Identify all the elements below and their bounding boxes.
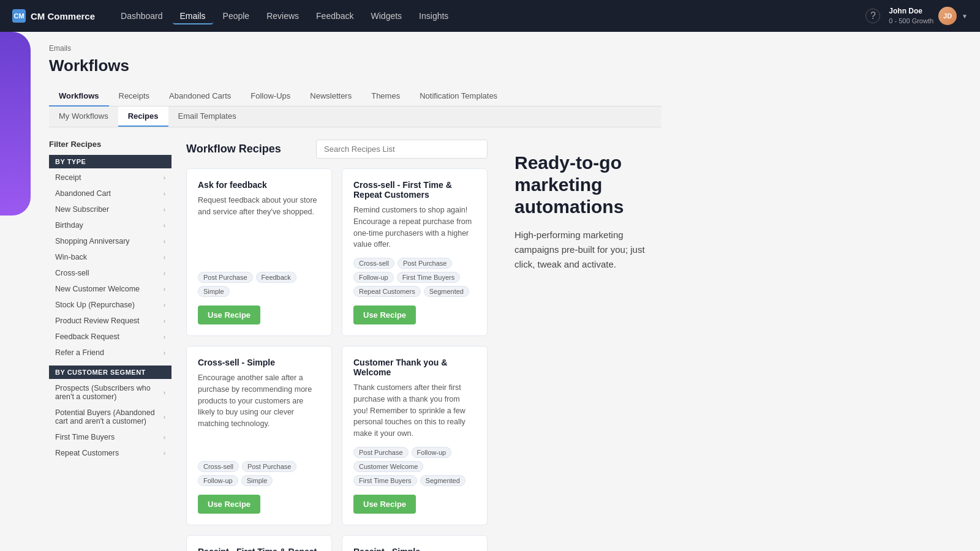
filter-win-back[interactable]: Win-back › xyxy=(49,249,172,265)
recipe-title: Ask for feedback xyxy=(198,180,320,190)
recipe-desc: Remind customers to shop again! Encourag… xyxy=(353,204,476,250)
recipe-card-cross-sell-repeat: Cross-sell - First Time & Repeat Custome… xyxy=(342,168,488,336)
user-menu[interactable]: John Doe 0 - 500 Growth JD ▼ xyxy=(889,7,968,25)
nav-emails[interactable]: Emails xyxy=(173,7,213,24)
tag: Segmented xyxy=(424,286,469,297)
tag: Simple xyxy=(198,286,230,297)
recipe-title: Customer Thank you & Welcome xyxy=(353,358,476,377)
filter-cross-sell[interactable]: Cross-sell › xyxy=(49,265,172,281)
chevron-right-icon: › xyxy=(164,318,165,324)
filter-stock-up[interactable]: Stock Up (Repurchase) › xyxy=(49,297,172,313)
filter-potential-buyers-label: Potential Buyers (Abandoned cart and are… xyxy=(55,408,164,425)
filter-new-subscriber-label: New Subscriber xyxy=(55,205,109,214)
chevron-right-icon: › xyxy=(164,389,165,396)
right-panel-title: Ready-to-go marketing automations xyxy=(514,152,662,218)
tag: Post Purchase xyxy=(353,447,409,458)
page-title: Workflows xyxy=(49,56,662,75)
nav-people[interactable]: People xyxy=(216,7,257,24)
filter-birthday[interactable]: Birthday › xyxy=(49,217,172,233)
use-recipe-button[interactable]: Use Recipe xyxy=(198,305,260,324)
nav-widgets[interactable]: Widgets xyxy=(364,7,410,24)
tag: Follow-up xyxy=(353,272,394,283)
filter-refer-a-friend[interactable]: Refer a Friend › xyxy=(49,345,172,361)
nav-dashboard[interactable]: Dashboard xyxy=(113,7,170,24)
filter-shopping-anniversary[interactable]: Shopping Anniversary › xyxy=(49,233,172,249)
filter-receipt-label: Receipt xyxy=(55,173,81,182)
filter-by-type-label: BY TYPE xyxy=(49,155,172,168)
breadcrumb: Emails xyxy=(49,44,662,53)
recipe-desc: Request feedback about your store and se… xyxy=(198,195,320,264)
tag: Follow-up xyxy=(412,447,452,458)
sub-tab-recipes[interactable]: Recipes xyxy=(118,107,168,127)
tab-newsletters[interactable]: Newsletters xyxy=(300,86,361,107)
tag: First Time Buyers xyxy=(397,272,461,283)
use-recipe-button[interactable]: Use Recipe xyxy=(198,495,260,514)
content-layout: Filter Recipes BY TYPE Receipt › Abandon… xyxy=(49,140,662,551)
right-panel-desc: High-performing marketing campaigns pre-… xyxy=(514,228,662,272)
filter-new-customer-welcome[interactable]: New Customer Welcome › xyxy=(49,281,172,297)
chevron-right-icon: › xyxy=(164,450,165,457)
filter-repeat-customers-label: Repeat Customers xyxy=(55,449,119,457)
recipes-grid: Ask for feedback Request feedback about … xyxy=(186,168,488,551)
filter-feedback-request[interactable]: Feedback Request › xyxy=(49,329,172,345)
filter-win-back-label: Win-back xyxy=(55,253,87,261)
tag: Post Purchase xyxy=(198,272,253,283)
tab-receipts[interactable]: Receipts xyxy=(109,86,160,107)
tab-notification-templates[interactable]: Notification Templates xyxy=(410,86,507,107)
recipe-title: Receipt - Simple xyxy=(353,547,476,551)
tab-follow-ups[interactable]: Follow-Ups xyxy=(241,86,300,107)
recipe-desc: Encourage another sale after a purchase … xyxy=(198,372,320,454)
logo-icon: CM xyxy=(12,9,26,23)
logo[interactable]: CM CM Commerce xyxy=(12,9,95,23)
filter-birthday-label: Birthday xyxy=(55,221,83,230)
recipes-header: Workflow Recipes xyxy=(186,140,488,159)
recipe-tags: Post Purchase Follow-up Customer Welcome… xyxy=(353,447,476,486)
nav-items: Dashboard Emails People Reviews Feedback… xyxy=(113,7,865,24)
filter-stock-up-label: Stock Up (Repurchase) xyxy=(55,301,135,309)
use-recipe-button[interactable]: Use Recipe xyxy=(353,495,416,514)
filter-potential-buyers[interactable]: Potential Buyers (Abandoned cart and are… xyxy=(49,405,172,429)
filter-abandoned-cart[interactable]: Abandoned Cart › xyxy=(49,186,172,201)
primary-tab-nav: Workflows Receipts Abandoned Carts Follo… xyxy=(49,86,662,107)
filter-prospects[interactable]: Prospects (Subscribers who aren't a cust… xyxy=(49,380,172,405)
tab-abandoned-carts[interactable]: Abandoned Carts xyxy=(159,86,241,107)
search-input[interactable] xyxy=(316,140,488,159)
tag: Repeat Customers xyxy=(353,286,421,297)
filter-new-subscriber[interactable]: New Subscriber › xyxy=(49,201,172,217)
chevron-right-icon: › xyxy=(164,238,165,245)
sub-tab-email-templates[interactable]: Email Templates xyxy=(168,107,246,127)
filter-first-time-buyers[interactable]: First Time Buyers › xyxy=(49,429,172,445)
recipe-card-receipt-first-time-repeat: Receipt - First Time & Repeat Buyers Fir… xyxy=(186,535,332,551)
chevron-down-icon: ▼ xyxy=(962,13,968,20)
nav-insights[interactable]: Insights xyxy=(412,7,456,24)
tag: Post Purchase xyxy=(242,461,297,472)
chevron-right-icon: › xyxy=(164,434,165,441)
tag: Feedback xyxy=(256,272,296,283)
nav-feedback[interactable]: Feedback xyxy=(309,7,361,24)
chevron-right-icon: › xyxy=(164,174,165,181)
filter-repeat-customers[interactable]: Repeat Customers › xyxy=(49,445,172,461)
user-info: John Doe 0 - 500 Growth xyxy=(889,7,933,25)
side-decoration xyxy=(0,32,31,216)
recipe-desc: Thank customers after their first purcha… xyxy=(353,382,476,440)
use-recipe-button[interactable]: Use Recipe xyxy=(353,305,416,324)
recipe-card-cross-sell-simple: Cross-sell - Simple Encourage another sa… xyxy=(186,346,332,525)
filter-first-time-buyers-label: First Time Buyers xyxy=(55,433,115,441)
filter-title: Filter Recipes xyxy=(49,140,172,149)
filter-abandoned-cart-label: Abandoned Cart xyxy=(55,189,111,198)
recipe-tags: Cross-sell Post Purchase Follow-up Simpl… xyxy=(198,461,320,486)
nav-reviews[interactable]: Reviews xyxy=(259,7,306,24)
filter-product-review-request[interactable]: Product Review Request › xyxy=(49,313,172,329)
filter-receipt[interactable]: Receipt › xyxy=(49,170,172,186)
chevron-right-icon: › xyxy=(164,190,165,197)
tab-themes[interactable]: Themes xyxy=(361,86,410,107)
filter-cross-sell-label: Cross-sell xyxy=(55,269,89,277)
recipe-card-customer-thank-you: Customer Thank you & Welcome Thank custo… xyxy=(342,346,488,525)
sub-tab-my-workflows[interactable]: My Workflows xyxy=(49,107,118,127)
recipe-title: Cross-sell - First Time & Repeat Custome… xyxy=(353,180,476,200)
tab-workflows[interactable]: Workflows xyxy=(49,86,109,107)
nav-right: ? John Doe 0 - 500 Growth JD ▼ xyxy=(865,7,968,25)
chevron-right-icon: › xyxy=(164,302,165,309)
filter-shopping-anniversary-label: Shopping Anniversary xyxy=(55,237,130,246)
help-icon[interactable]: ? xyxy=(865,9,880,23)
